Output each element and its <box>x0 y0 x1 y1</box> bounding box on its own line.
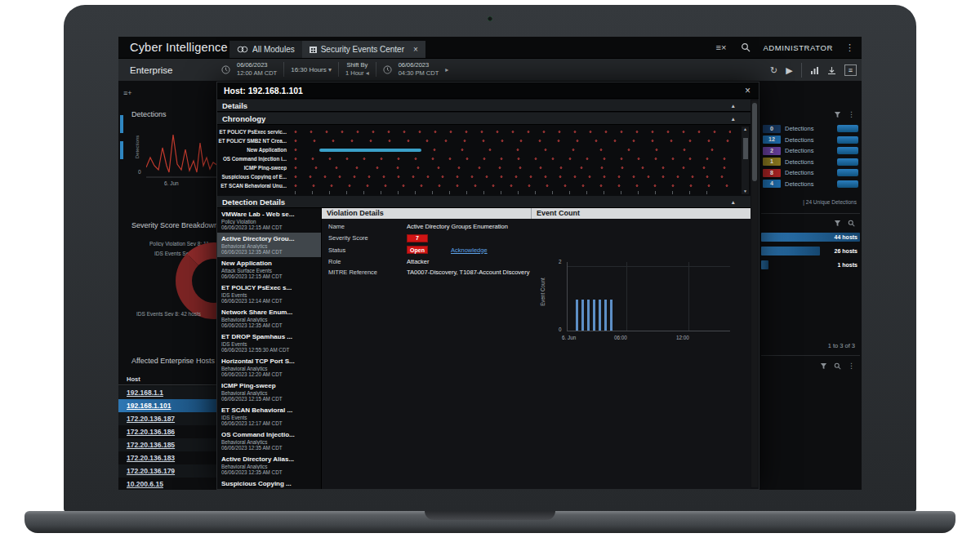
detection-time: 06/06/2023 12:35 AM CDT <box>221 249 317 255</box>
chronology-row[interactable]: ICMP Ping-sweep <box>217 163 731 172</box>
chronology-row[interactable]: ET POLICY PsExec servic... <box>217 127 731 136</box>
detection-list-item[interactable]: Network Share Enum... Behavioral Analyti… <box>217 306 321 331</box>
host-link[interactable]: 172.20.136.186 <box>118 425 221 438</box>
collapse-icon[interactable]: ▲ <box>731 196 736 208</box>
detection-count-row[interactable]: 1 Detections <box>760 157 862 168</box>
app-title: Cyber Intelligence <box>118 41 229 54</box>
detection-list-item[interactable]: ICMP Ping-sweep Behavioral Analytics 06/… <box>217 380 321 404</box>
detection-title: Active Directory Grou... <box>221 235 317 242</box>
chronology-scrollbar[interactable]: ▲ ▼ <box>742 127 749 194</box>
divider <box>761 355 860 356</box>
chronology-row[interactable]: OS Command Injection i... <box>217 154 731 163</box>
host-bar-row[interactable]: 1 hosts <box>761 260 860 269</box>
detection-list-item-selected[interactable]: Active Directory Grou... Behavioral Anal… <box>217 233 321 257</box>
detection-list-item[interactable]: New Application Attack Surface Events 06… <box>217 257 321 282</box>
count-pill <box>837 147 858 154</box>
kebab-menu-icon[interactable]: ⋮ <box>838 42 862 53</box>
section-header-detection-details[interactable]: ▲ Detection Details <box>217 196 751 208</box>
chronology-row[interactable]: ET SCAN Behavioral Unu... <box>217 181 731 190</box>
detection-count-row[interactable]: 4 Detections <box>760 179 862 190</box>
detection-count-row[interactable]: 8 Detections <box>760 167 862 179</box>
x-tick: 6. Jun <box>562 335 576 340</box>
paging-label: 1 to 3 of 3 <box>828 342 855 349</box>
host-link[interactable]: 172.20.136.183 <box>118 451 221 464</box>
detection-title: Suspicious Copying ... <box>221 480 317 487</box>
detection-list-item[interactable]: Horizontal TCP Port S... Behavioral Anal… <box>217 355 321 380</box>
host-bar-row[interactable]: 26 hosts <box>761 247 860 256</box>
host-column-header: Host <box>118 373 221 385</box>
scroll-down-icon[interactable]: ▼ <box>742 189 749 194</box>
chronology-row[interactable]: ET POLICY SMB2 NT Crea... <box>217 136 731 145</box>
layout-menu-icon[interactable]: ≡ <box>844 64 857 76</box>
kebab-menu-icon[interactable]: ⋮ <box>848 110 855 118</box>
shift-by-control[interactable]: Shift By 1 Hour ◂ <box>345 61 369 78</box>
detection-list-item[interactable]: OS Command Injectio... Behavioral Analyt… <box>217 429 321 453</box>
filter-icon[interactable] <box>834 220 841 227</box>
kebab-menu-icon[interactable]: ⋮ <box>848 362 855 370</box>
refresh-icon[interactable]: ↻ <box>770 65 777 76</box>
detection-list-item[interactable]: Suspicious Copying ... <box>217 478 321 489</box>
close-tab-icon[interactable]: × <box>413 45 418 54</box>
modal-scrollbar[interactable] <box>751 100 758 487</box>
host-link-selected[interactable]: 192.168.1.101 <box>118 399 221 412</box>
count-badge: 12 <box>763 136 781 144</box>
filter-icon[interactable] <box>820 362 827 370</box>
search-icon[interactable] <box>733 42 758 52</box>
end-time-field[interactable]: 06/06/2023 04:30 PM CDT <box>399 61 439 78</box>
detection-list-item[interactable]: VMWare Lab - Web se... Policy Violation … <box>217 208 321 233</box>
search-icon[interactable] <box>834 362 841 370</box>
detection-list-item[interactable]: Active Directory Alias... Behavioral Ana… <box>217 453 321 478</box>
host-bar-row[interactable]: 44 hosts <box>761 233 860 242</box>
detection-type: IDS Events <box>221 415 317 420</box>
grid-icon <box>310 47 317 53</box>
report-icon[interactable] <box>810 66 819 75</box>
shift-back-icon[interactable]: ◂ <box>366 69 369 77</box>
scrollbar-thumb[interactable] <box>743 138 748 159</box>
host-table: 192.168.1.1 192.168.1.101 172.20.136.187… <box>118 386 221 490</box>
affected-hosts-title: Affected Enterprise Hosts <box>131 357 215 365</box>
scrollbar-thumb[interactable] <box>752 103 757 181</box>
host-link[interactable]: 172.20.136.185 <box>118 438 221 451</box>
detection-details-body: VMWare Lab - Web se... Policy Violation … <box>217 208 751 489</box>
detection-list-item[interactable]: ET POLICY PsExec s... IDS Events 06/06/2… <box>217 282 321 306</box>
search-icon[interactable] <box>848 220 855 227</box>
user-menu[interactable]: ADMINISTRATOR <box>758 43 838 52</box>
collapse-panels-icon[interactable]: ≡× <box>709 42 734 52</box>
host-bar <box>761 260 768 269</box>
host-link[interactable]: 192.168.1.1 <box>118 386 221 399</box>
detection-type: Behavioral Analytics <box>221 366 317 371</box>
section-header-chronology[interactable]: ▲ Chronology <box>217 113 751 125</box>
acknowledge-link[interactable]: Acknowledge <box>451 247 488 254</box>
tab-all-modules[interactable]: All Modules <box>229 41 302 58</box>
chronology-row[interactable]: New Application <box>217 145 731 154</box>
filter-icon[interactable] <box>834 111 841 118</box>
host-link[interactable]: 172.20.136.187 <box>118 412 221 425</box>
section-header-details[interactable]: ▲ Details <box>217 100 751 112</box>
collapse-icon[interactable]: ▲ <box>731 100 736 112</box>
export-icon[interactable] <box>827 66 836 75</box>
start-time-field[interactable]: 06/06/2023 12:00 AM CDT <box>237 61 277 78</box>
expand-panel-icon[interactable]: ≡+ <box>123 89 132 97</box>
duration-selector[interactable]: 16:30 Hours ▾ <box>291 66 332 73</box>
chronology-row-label: OS Command Injection i... <box>217 156 291 162</box>
count-badge: 8 <box>763 169 781 177</box>
host-bar-label: 44 hosts <box>835 233 858 242</box>
detection-count-row[interactable]: 0 Detections <box>760 123 862 135</box>
host-link[interactable]: 10.200.6.15 <box>118 478 221 490</box>
detection-count-row[interactable]: 12 Detections <box>760 135 862 146</box>
detection-count-row[interactable]: 2 Detections <box>760 145 862 157</box>
host-link[interactable]: 172.20.136.179 <box>118 464 221 478</box>
event-dots <box>291 145 731 154</box>
detection-list-item[interactable]: ET SCAN Behavioral ... IDS Events 06/06/… <box>217 404 321 429</box>
modal-close-icon[interactable]: × <box>745 85 759 96</box>
tab-security-events-center[interactable]: Security Events Center × <box>302 41 425 58</box>
shift-forward-icon[interactable]: ▸ <box>445 66 448 73</box>
chronology-row[interactable]: Suspicious Copying of E... <box>217 172 731 181</box>
play-icon[interactable]: ▶ <box>786 65 792 76</box>
start-time: 12:00 AM CDT <box>237 69 277 78</box>
detection-list-item[interactable]: ET DROP Spamhaus ... IDS Events 06/06/20… <box>217 331 321 355</box>
scroll-up-icon[interactable]: ▲ <box>742 127 749 132</box>
detection-title: New Application <box>221 260 317 267</box>
collapse-icon[interactable]: ▲ <box>731 113 736 125</box>
chronology-row-label: ET POLICY PsExec servic... <box>217 129 291 135</box>
